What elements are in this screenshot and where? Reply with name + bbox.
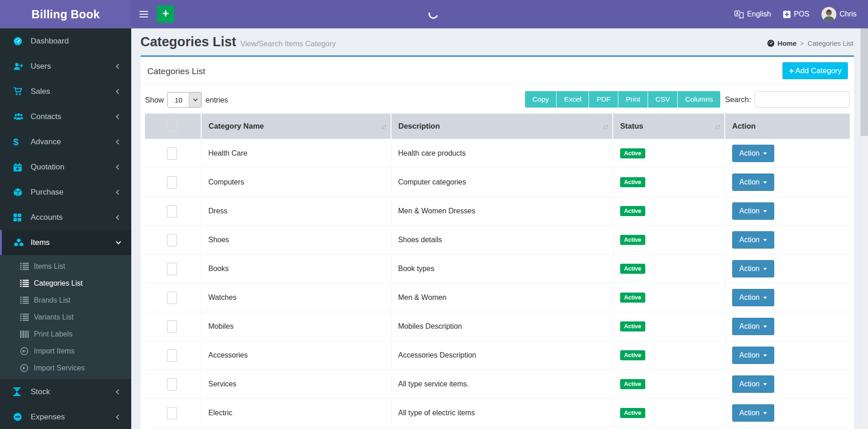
action-dropdown-button[interactable]: Action	[732, 404, 774, 422]
breadcrumb-current: Categories List	[808, 39, 853, 47]
category-name-cell: Watches	[201, 283, 391, 312]
status-badge: Active	[620, 264, 646, 274]
row-checkbox[interactable]	[167, 147, 177, 160]
table-toolbar: Show 10 entries CopyExcelPDFPrintCSVColu…	[145, 91, 850, 108]
row-checkbox[interactable]	[167, 176, 177, 189]
action-dropdown-button[interactable]: Action	[732, 347, 774, 364]
sidebar-item-quotation[interactable]: Quotation	[0, 154, 131, 179]
sidebar-item-label: Quotation	[31, 163, 64, 172]
row-checkbox[interactable]	[167, 234, 177, 246]
action-dropdown-button[interactable]: Action	[732, 174, 774, 191]
app-logo[interactable]: Billing Book	[0, 0, 131, 28]
quick-add-button[interactable]: +	[157, 5, 174, 23]
sidebar-item-accounts[interactable]: Accounts	[0, 205, 131, 230]
select-all-checkbox[interactable]	[167, 119, 177, 131]
app-title: Billing Book	[32, 8, 100, 21]
sidebar-item-items[interactable]: Items	[0, 230, 131, 255]
plus-icon: +	[162, 8, 169, 19]
sidebar-toggle-button[interactable]	[131, 0, 156, 28]
caret-down-icon	[763, 383, 767, 386]
export-print-button[interactable]: Print	[618, 91, 648, 108]
select-all-header-cell	[145, 114, 201, 139]
pos-button[interactable]: POS	[777, 0, 815, 28]
list-icon	[20, 280, 34, 287]
sidebar: DashboardUsersSalesContacts$AdvanceQuota…	[0, 28, 131, 429]
breadcrumb-home-link[interactable]: Home	[767, 39, 797, 47]
export-pdf-button[interactable]: PDF	[589, 91, 618, 108]
row-checkbox[interactable]	[167, 205, 177, 217]
status-cell: Active	[613, 226, 725, 255]
avatar	[821, 7, 836, 22]
sidebar-item-expenses[interactable]: Expenses	[0, 404, 131, 429]
add-category-button[interactable]: + Add Category	[782, 62, 848, 79]
description-cell: All type of electric items	[391, 399, 613, 428]
card-title: Categories List	[147, 62, 205, 76]
export-csv-button[interactable]: CSV	[648, 91, 677, 108]
status-cell: Active	[613, 341, 725, 370]
category-name-cell: Mobiles	[201, 312, 391, 341]
action-cell: Action	[725, 197, 850, 226]
chevron-down-icon	[116, 239, 121, 244]
caret-down-icon	[763, 210, 767, 212]
billing-book-app: Billing Book + English POS Chris	[0, 0, 868, 429]
sidebar-subitem-label: Brands List	[34, 296, 70, 304]
row-checkbox[interactable]	[167, 349, 177, 362]
row-checkbox[interactable]	[167, 407, 177, 419]
language-icon	[734, 11, 744, 18]
category-name-cell: Accessories	[201, 341, 391, 370]
sidebar-item-label: Contacts	[31, 112, 61, 121]
sidebar-subitem-import-services[interactable]: Import Services	[0, 359, 131, 376]
action-dropdown-button[interactable]: Action	[732, 202, 774, 220]
row-checkbox[interactable]	[167, 378, 177, 391]
action-dropdown-button[interactable]: Action	[732, 318, 774, 335]
cubes-icon	[13, 238, 25, 247]
sidebar-subitem-import-items[interactable]: Import Items	[0, 342, 131, 359]
sidebar-subitem-variants-list[interactable]: Variants List	[0, 309, 131, 326]
chevron-left-icon	[116, 190, 121, 195]
column-header-status[interactable]: Status↓↑	[613, 114, 725, 139]
checkbox-cell	[145, 283, 201, 312]
row-checkbox[interactable]	[167, 320, 177, 333]
action-dropdown-button[interactable]: Action	[732, 375, 774, 393]
page-scrollbar[interactable]	[860, 28, 868, 429]
action-dropdown-button[interactable]: Action	[732, 145, 774, 162]
column-header-description[interactable]: Description↓↑	[391, 114, 613, 139]
sidebar-subitem-items-list[interactable]: Items List	[0, 258, 131, 275]
row-checkbox[interactable]	[167, 263, 177, 275]
sidebar-subitem-brands-list[interactable]: Brands List	[0, 292, 131, 309]
plus-icon: +	[789, 66, 794, 75]
caret-down-icon	[763, 239, 767, 241]
sidebar-item-dashboard[interactable]: Dashboard	[0, 28, 131, 54]
table-row: MobilesMobiles DescriptionActiveAction	[145, 312, 850, 341]
action-dropdown-button[interactable]: Action	[732, 260, 774, 277]
table-row: ComputersComputer categoriesActiveAction	[145, 168, 850, 197]
export-excel-button[interactable]: Excel	[556, 91, 589, 108]
status-cell: Active	[613, 312, 725, 341]
export-copy-button[interactable]: Copy	[525, 91, 556, 108]
sidebar-item-label: Advance	[31, 137, 61, 147]
row-checkbox[interactable]	[167, 292, 177, 304]
entries-select[interactable]: 10	[167, 92, 202, 108]
column-header-category-name[interactable]: Category Name↓↑	[201, 114, 391, 139]
action-dropdown-button[interactable]: Action	[732, 231, 774, 249]
sidebar-subitem-label: Print Labels	[34, 330, 73, 338]
sidebar-subitem-print-labels[interactable]: Print Labels	[0, 326, 131, 342]
sidebar-item-purchase[interactable]: Purchase	[0, 179, 131, 205]
scrollbar-thumb[interactable]	[861, 28, 868, 136]
sidebar-subitem-categories-list[interactable]: Categories List	[0, 275, 131, 292]
sidebar-item-sales[interactable]: Sales	[0, 79, 131, 104]
sidebar-item-stock[interactable]: Stock	[0, 379, 131, 404]
sidebar-item-advance[interactable]: $Advance	[0, 129, 131, 154]
sidebar-item-users[interactable]: Users	[0, 54, 131, 79]
search-input[interactable]	[755, 91, 850, 108]
action-dropdown-button[interactable]: Action	[732, 289, 774, 306]
language-menu[interactable]: English	[729, 0, 777, 28]
status-badge: Active	[620, 235, 646, 245]
sidebar-subitem-label: Items List	[34, 262, 65, 271]
user-menu[interactable]: Chris	[815, 0, 863, 28]
breadcrumb: Home > Categories List	[767, 39, 853, 47]
sidebar-item-contacts[interactable]: Contacts	[0, 104, 131, 129]
pos-label: POS	[794, 10, 809, 18]
users-icon	[13, 113, 25, 120]
export-columns-button[interactable]: Columns	[677, 91, 720, 108]
